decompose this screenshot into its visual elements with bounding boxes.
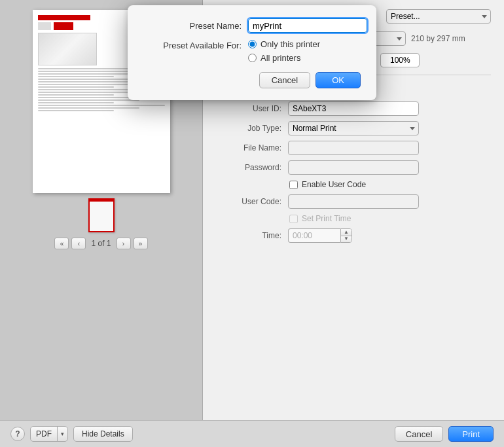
preset-available-label: Preset Available For: xyxy=(143,39,242,50)
preset-modal: Preset Name: Preset Available For: Only … xyxy=(128,5,376,100)
modal-cancel-button[interactable]: Cancel xyxy=(259,72,310,88)
modal-ok-button[interactable]: OK xyxy=(315,72,361,88)
preset-modal-buttons: Cancel OK xyxy=(143,72,361,88)
radio-all-printers[interactable]: All printers xyxy=(248,53,320,63)
radio-all-printers-label: All printers xyxy=(261,53,300,63)
print-dialog: « ‹ 1 of 1 › » Preset... Paper Size: A4 xyxy=(0,0,504,447)
preset-name-row: Preset Name: xyxy=(143,18,361,33)
preset-available-row: Preset Available For: Only this printer … xyxy=(143,39,361,63)
preset-name-input[interactable] xyxy=(248,18,367,33)
preset-radio-group: Only this printer All printers xyxy=(248,39,320,63)
radio-all-printers-input[interactable] xyxy=(248,54,257,62)
radio-only-this-printer-label: Only this printer xyxy=(261,39,320,49)
radio-only-this-printer-input[interactable] xyxy=(248,40,257,48)
radio-only-this-printer[interactable]: Only this printer xyxy=(248,39,320,49)
preset-modal-overlay: Preset Name: Preset Available For: Only … xyxy=(0,0,504,447)
preset-name-label: Preset Name: xyxy=(143,21,242,31)
